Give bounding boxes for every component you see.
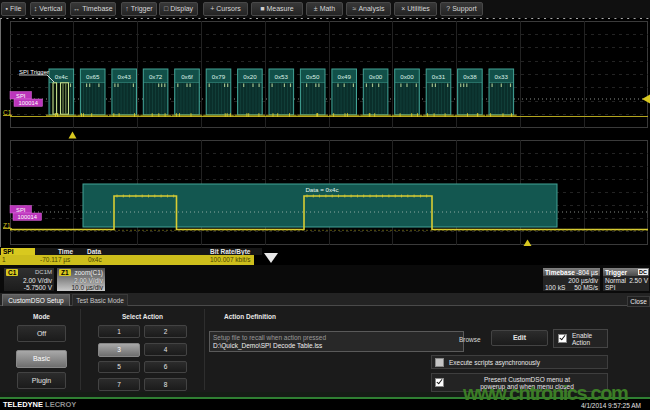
svg-text:0x43: 0x43 <box>117 73 131 80</box>
svg-text:Data = 0x4c: Data = 0x4c <box>305 186 338 193</box>
svg-text:SPI Trigger: SPI Trigger <box>19 69 49 75</box>
svg-text:0x00: 0x00 <box>400 73 414 80</box>
svg-text:0x20: 0x20 <box>243 73 257 80</box>
svg-text:0x50: 0x50 <box>306 73 320 80</box>
svg-text:0x6f: 0x6f <box>181 73 193 80</box>
svg-text:0x38: 0x38 <box>463 73 477 80</box>
svg-text:100014: 100014 <box>18 214 38 220</box>
svg-text:0x4c: 0x4c <box>55 73 68 80</box>
svg-text:0x79: 0x79 <box>212 73 226 80</box>
svg-text:C1: C1 <box>3 109 12 116</box>
svg-text:100014: 100014 <box>19 100 39 106</box>
svg-text:0x53: 0x53 <box>275 73 289 80</box>
svg-text:0x31: 0x31 <box>432 73 446 80</box>
svg-text:0x00: 0x00 <box>369 73 383 80</box>
svg-text:Z1: Z1 <box>3 222 11 229</box>
svg-text:SPI: SPI <box>16 93 26 99</box>
svg-text:0x65: 0x65 <box>86 73 100 80</box>
svg-text:0x49: 0x49 <box>337 73 351 80</box>
svg-text:0x72: 0x72 <box>149 73 163 80</box>
svg-text:0x33: 0x33 <box>495 73 509 80</box>
svg-text:SPI: SPI <box>16 207 26 213</box>
